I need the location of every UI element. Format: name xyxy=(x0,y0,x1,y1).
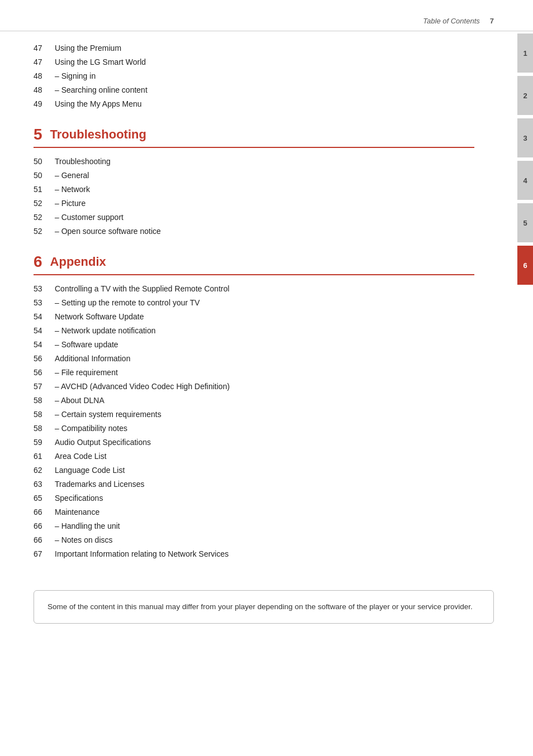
entry-text: – Compatibility notes xyxy=(55,423,474,434)
entry-text: – Open source software notice xyxy=(55,226,474,237)
entry-text: – Network xyxy=(55,184,474,195)
page-num: 62 xyxy=(34,465,55,476)
page-num: 52 xyxy=(34,198,55,209)
page-num: 61 xyxy=(34,451,55,462)
intro-toc-list: 47Using the Premium47Using the LG Smart … xyxy=(34,42,474,110)
page-num: 47 xyxy=(34,56,55,68)
page-num: 67 xyxy=(34,548,55,560)
toc-item: 50– General xyxy=(34,170,474,181)
page-num: 66 xyxy=(34,520,55,532)
entry-text: Maintenance xyxy=(55,506,474,518)
page-num: 66 xyxy=(34,534,55,546)
entry-text: Using the Premium xyxy=(55,42,474,54)
toc-item: 48– Searching online content xyxy=(34,84,474,96)
toc-item: 66– Handling the unit xyxy=(34,520,474,532)
toc-item: 58– About DLNA xyxy=(34,395,474,406)
page-num: 54 xyxy=(34,339,55,351)
entry-text: – General xyxy=(55,170,474,181)
toc-item: 56– File requirement xyxy=(34,367,474,379)
page-num: 52 xyxy=(34,212,55,223)
toc-list-section-6: 53Controlling a TV with the Supplied Rem… xyxy=(34,283,474,560)
toc-item: 57– AVCHD (Advanced Video Codec High Def… xyxy=(34,381,474,393)
main-content: 47Using the Premium47Using the LG Smart … xyxy=(0,31,513,573)
notice-text: Some of the content in this manual may d… xyxy=(47,602,473,611)
top-header: Table of Contents 7 xyxy=(0,17,533,31)
toc-item: 67Important Information relating to Netw… xyxy=(34,548,474,560)
entry-text: Specifications xyxy=(55,492,474,504)
page-container: Table of Contents 7 1 2 3 4 5 6 47Using … xyxy=(0,0,533,756)
entry-text: – Notes on discs xyxy=(55,534,474,546)
entry-text: – Customer support xyxy=(55,212,474,223)
toc-item: 51– Network xyxy=(34,184,474,195)
section-title: Troubleshooting xyxy=(50,127,146,142)
entry-text: – Searching online content xyxy=(55,84,474,96)
toc-item: 53– Setting up the remote to control you… xyxy=(34,297,474,309)
entry-text: – Setting up the remote to control your … xyxy=(55,297,474,309)
entry-text: – Signing in xyxy=(55,70,474,82)
page-num: 63 xyxy=(34,479,55,490)
entry-text: – File requirement xyxy=(55,367,474,379)
entry-text: – Picture xyxy=(55,198,474,209)
entry-text: – Network update notification xyxy=(55,325,474,337)
side-tab-3[interactable]: 3 xyxy=(517,118,533,157)
toc-item: 53Controlling a TV with the Supplied Rem… xyxy=(34,283,474,295)
toc-item: 66– Notes on discs xyxy=(34,534,474,546)
toc-item: 58– Compatibility notes xyxy=(34,423,474,434)
toc-item: 52– Customer support xyxy=(34,212,474,223)
toc-item: 52– Open source software notice xyxy=(34,226,474,237)
entry-text: – About DLNA xyxy=(55,395,474,406)
side-tabs: 1 2 3 4 5 6 xyxy=(517,34,533,288)
entry-text: Network Software Update xyxy=(55,311,474,323)
page-num: 50 xyxy=(34,156,55,168)
page-num: 50 xyxy=(34,170,55,181)
entry-text: – AVCHD (Advanced Video Codec High Defin… xyxy=(55,381,474,393)
toc-item: 66Maintenance xyxy=(34,506,474,518)
page-num: 56 xyxy=(34,367,55,379)
page-num: 48 xyxy=(34,70,55,82)
page-num: 48 xyxy=(34,84,55,96)
page-num: 58 xyxy=(34,409,55,420)
section-title: Appendix xyxy=(50,255,106,269)
header-page-num: 7 xyxy=(490,17,494,25)
toc-list-section-5: 50Troubleshooting50– General51– Network5… xyxy=(34,156,474,237)
entry-text: Using the LG Smart World xyxy=(55,56,474,68)
page-num: 51 xyxy=(34,184,55,195)
page-num: 58 xyxy=(34,423,55,434)
sections-container: 5 Troubleshooting 50Troubleshooting50– G… xyxy=(34,126,474,560)
page-num: 56 xyxy=(34,353,55,365)
toc-item: 61Area Code List xyxy=(34,451,474,462)
page-num: 49 xyxy=(34,98,55,110)
side-tab-1[interactable]: 1 xyxy=(517,34,533,73)
entry-text: Important Information relating to Networ… xyxy=(55,548,474,560)
toc-item: 65Specifications xyxy=(34,492,474,504)
page-num: 53 xyxy=(34,283,55,295)
entry-text: Using the My Apps Menu xyxy=(55,98,474,110)
entry-text: Troubleshooting xyxy=(55,156,474,168)
section-heading-6: 6 Appendix xyxy=(34,253,474,275)
toc-item: 59Audio Output Specifications xyxy=(34,437,474,448)
toc-item: 50Troubleshooting xyxy=(34,156,474,168)
section-num: 6 xyxy=(34,253,42,271)
side-tab-2[interactable]: 2 xyxy=(517,76,533,115)
page-num: 66 xyxy=(34,506,55,518)
toc-item: 49Using the My Apps Menu xyxy=(34,98,474,110)
entry-text: Trademarks and Licenses xyxy=(55,479,474,490)
page-num: 58 xyxy=(34,395,55,406)
toc-item: 54– Network update notification xyxy=(34,325,474,337)
side-tab-6[interactable]: 6 xyxy=(517,246,533,285)
notice-box: Some of the content in this manual may d… xyxy=(34,590,494,624)
page-num: 59 xyxy=(34,437,55,448)
section-heading-5: 5 Troubleshooting xyxy=(34,126,474,148)
page-num: 54 xyxy=(34,311,55,323)
entry-text: – Certain system requirements xyxy=(55,409,474,420)
toc-item: 58– Certain system requirements xyxy=(34,409,474,420)
side-tab-4[interactable]: 4 xyxy=(517,161,533,200)
page-num: 54 xyxy=(34,325,55,337)
toc-item: 52– Picture xyxy=(34,198,474,209)
entry-text: – Handling the unit xyxy=(55,520,474,532)
page-num: 53 xyxy=(34,297,55,309)
side-tab-5[interactable]: 5 xyxy=(517,203,533,242)
page-num: 65 xyxy=(34,492,55,504)
toc-item: 63Trademarks and Licenses xyxy=(34,479,474,490)
toc-item: 54– Software update xyxy=(34,339,474,351)
